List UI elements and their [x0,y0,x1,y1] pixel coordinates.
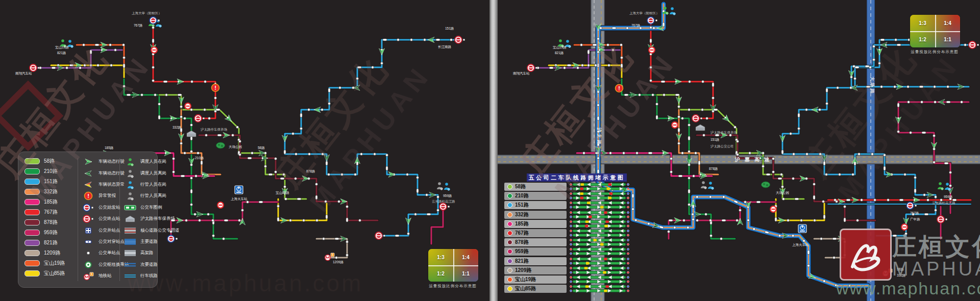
station-dot [407,233,410,235]
station-dot [710,235,713,237]
legend-symbol-label: 车辆动态行驶 [99,159,125,165]
legend-symbol-label: 次要道路 [140,262,158,268]
legend-route-label: 959路 [44,229,58,236]
station-dot [921,101,923,104]
station-dot [949,171,952,174]
station-capsule [650,39,652,43]
legend-route-item: 185路 [24,197,76,207]
congestion-row-route[interactable]: 959路 [504,247,567,256]
svg-text:1: 1 [332,253,333,256]
station-dot [787,219,790,222]
legend-symbol-item: 次要道路 [122,259,156,270]
station-dot [275,158,277,160]
station-dot [277,205,280,208]
alarm-icon: ! [616,85,623,92]
congestion-row-route[interactable]: 821路 [504,257,567,265]
double-stop-icon [81,237,96,247]
station-dot [239,140,241,143]
route-line [697,135,875,220]
station-dot [600,27,602,30]
station-dot [123,57,126,59]
station-dot [323,238,325,240]
vehicle-arrow-icon [85,170,91,176]
station-dot [204,81,207,83]
station-capsule [595,152,599,154]
station-dot [640,27,642,30]
congestion-row-route[interactable]: 767路 [504,229,567,237]
station-dot [647,222,650,225]
road-label: 沪嘉高速 [734,157,774,162]
station-dot [652,94,654,96]
station-capsule [300,113,302,117]
station-capsule [826,88,828,92]
congestion-bars [570,200,636,210]
station-dot [587,64,590,67]
station-dot [673,227,676,229]
station-dot [424,39,426,41]
legend-route-item: 821路 [24,238,76,248]
station-dot [949,185,952,187]
map-label: 云光路松花江路 [432,199,455,204]
station-dot [923,194,926,196]
station-capsule [95,44,99,46]
station-dot [720,238,723,240]
legend-symbol-label: 行管人员在岗 [140,182,166,188]
route-name: 宝山19路 [515,276,536,283]
station-dot [109,44,112,46]
station-capsule [807,250,810,254]
congestion-row-route[interactable]: 878路 [504,238,567,246]
congestion-row-route[interactable]: 1209路 [504,266,567,274]
road-core-icon [122,225,138,236]
station-dot [834,199,837,202]
station-dot [826,103,828,105]
station-dot [656,103,658,106]
station-dot [793,153,795,156]
station-capsule [612,27,616,29]
legend-symbols-column: 车辆动态行驶车辆动态行驶车辆状态异常!异常警报公交始发站公交终点站公交并站点公交… [81,156,118,283]
congestion-row-route[interactable]: 332路 [504,211,567,219]
congestion-row: 58路 [504,182,637,191]
ratio-gradient: 1:3 1:4 1:2 1:1 [428,249,478,282]
station-dot [190,124,193,127]
congestion-row-route[interactable]: 151路 [504,201,567,209]
station-dot [819,153,822,156]
station-dot [190,109,193,111]
map-label: 58路 [258,146,265,150]
map-label: 821路 [555,51,564,55]
station-dot [597,157,600,160]
station-dot [678,116,680,118]
legend-separator [78,158,78,281]
station-dot [695,152,697,155]
ratio-legend-right: 1:3 1:4 1:2 1:1 [910,14,961,48]
ratio-gradient: 1:3 1:4 1:2 1:1 [910,15,960,47]
legend-symbol-item: 行管人员离岗 [122,190,156,202]
station-capsule [326,161,328,165]
station-capsule [884,166,886,170]
station-dot [241,209,244,212]
congestion-row-route[interactable]: 宝山19路 [504,275,567,284]
station-dot [212,219,214,222]
station-dot [822,200,825,203]
legend-route-label: 宝山19路 [44,260,65,267]
congestion-row-route[interactable]: 210路 [504,192,567,200]
station-capsule [669,219,673,221]
map-label: 云光路松花江路 [932,201,955,205]
station-dot [653,27,655,30]
station-dot [190,177,193,180]
station-dot [414,213,417,216]
station-capsule [648,152,652,154]
station-dot [688,109,691,111]
station-dot [933,161,936,164]
vehicle-arrow-icon [85,159,92,165]
congestion-row-route[interactable]: 58路 [504,183,567,191]
congestion-row-route[interactable]: 185路 [504,220,567,228]
station-capsule [178,94,182,96]
map-label: 332路 [173,126,182,130]
station-dot [620,44,623,46]
legend-symbol-label: 公交并站点 [99,228,120,234]
person-icon [708,182,714,189]
station-dot [295,178,297,180]
congestion-row: 210路 [504,191,637,200]
congestion-row-route[interactable]: 宝山85路 [504,285,567,293]
bus-terminus-icon [83,215,93,222]
